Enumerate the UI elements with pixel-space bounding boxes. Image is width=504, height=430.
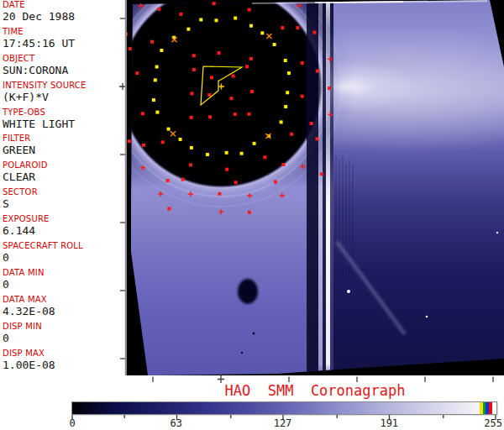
- pylon-line-faint: [318, 0, 323, 375]
- colorbar-tick-label: 127: [270, 417, 296, 429]
- field-value: 20 Dec 1988: [3, 10, 126, 23]
- field-value: S: [3, 197, 126, 210]
- field-value: WHITE LIGHT: [3, 118, 126, 130]
- metadata-row: DATA MIN0: [0, 268, 126, 295]
- field-label: OBJECT: [3, 54, 126, 64]
- smm-coronagraph-viewer: { "metadata_panel": { "rows": [ {"label"…: [0, 0, 504, 430]
- left-axis-ticks: [116, 0, 126, 385]
- field-value: 17:45:16 UT: [3, 37, 126, 50]
- field-label: DATA MAX: [3, 295, 126, 305]
- frame-border: [126, 0, 127, 375]
- field-value: (K+F)*V: [3, 91, 126, 103]
- field-value: 6.144: [3, 224, 126, 237]
- pylon-gap: [330, 0, 333, 375]
- colorbar-marker-stripe: [489, 402, 492, 414]
- field-label: DISP MIN: [3, 322, 126, 332]
- star-speck: [426, 316, 428, 318]
- pylon-gap: [323, 0, 326, 375]
- field-value: 4.32E-08: [3, 305, 126, 317]
- metadata-row: DATE20 Dec 1988: [0, 0, 126, 27]
- field-value: 0: [3, 332, 126, 344]
- metadata-row: TYPE-OBSWHITE LIGHT: [0, 108, 126, 134]
- field-label: SPACECRAFT ROLL: [3, 241, 126, 251]
- pylon-line-bright: [326, 0, 330, 375]
- field-value: 0: [3, 278, 126, 291]
- metadata-row: OBJECTSUN:CORONA: [0, 54, 126, 81]
- field-value: 0: [3, 251, 126, 264]
- metadata-row: INTENSITY SOURCE(K+F)*V: [0, 81, 126, 108]
- metadata-row: DISP MIN0: [0, 322, 126, 349]
- metadata-row: EXPOSURE6.144: [0, 214, 126, 241]
- field-label: DATE: [3, 0, 126, 10]
- colorbar-tick-label: 63: [164, 417, 189, 429]
- colorbar-tick-label: 255: [477, 417, 502, 429]
- field-value: CLEAR: [3, 170, 126, 183]
- field-label: INTENSITY SOURCE: [3, 81, 126, 91]
- metadata-panel: DATE20 Dec 1988TIME17:45:16 UTOBJECTSUN:…: [0, 0, 126, 385]
- photo-area: [126, 0, 504, 375]
- intensity-colorbar: [71, 401, 497, 415]
- image-title: HAO SMM Coronagraph: [126, 382, 504, 399]
- metadata-row: DATA MAX4.32E-08: [0, 295, 126, 322]
- pylon-shadow: [307, 0, 318, 375]
- dark-speck: [253, 333, 255, 335]
- coronagraph-image: [126, 0, 504, 385]
- star-speck: [496, 232, 499, 234]
- metadata-row: TIME17:45:16 UT: [0, 27, 126, 54]
- field-label: EXPOSURE: [3, 214, 126, 224]
- field-label: FILTER: [3, 134, 126, 144]
- field-label: DISP MAX: [3, 349, 126, 359]
- colorbar-tick-label: 0: [60, 417, 85, 429]
- metadata-row: SECTORS: [0, 187, 126, 214]
- metadata-row: SPACECRAFT ROLL0: [0, 241, 126, 268]
- field-label: DATA MIN: [3, 268, 126, 278]
- dark-speck: [241, 352, 243, 354]
- field-value: GREEN: [3, 144, 126, 156]
- field-label: POLAROID: [3, 160, 126, 170]
- field-value: 1.00E-08: [3, 359, 126, 371]
- star-speck: [347, 290, 350, 293]
- field-label: TYPE-OBS: [3, 108, 126, 118]
- field-label: TIME: [3, 27, 126, 37]
- field-label: SECTOR: [3, 187, 126, 197]
- colorbar-tick-label: 191: [376, 417, 402, 429]
- dark-blob-artifact: [238, 279, 258, 304]
- metadata-row: DISP MAX1.00E-08: [0, 349, 126, 375]
- metadata-row: POLAROIDCLEAR: [0, 160, 126, 187]
- field-value: SUN:CORONA: [3, 64, 126, 76]
- metadata-row: FILTERGREEN: [0, 134, 126, 160]
